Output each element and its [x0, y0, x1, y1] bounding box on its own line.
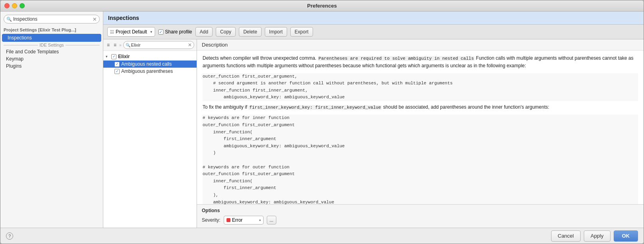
severity-label: Severity: — [202, 217, 221, 223]
project-section-header: Project Settings [Elixir Test Plug...] — [0, 27, 103, 34]
import-button[interactable]: Import — [265, 27, 287, 37]
inline-code-parentheses: Parentheses are required to solve ambigu… — [318, 56, 475, 61]
maximize-button[interactable] — [20, 3, 25, 8]
tree-search-icon: 🔍 — [126, 43, 130, 47]
description-header: Description — [197, 39, 644, 51]
sidebar-item-file-templates[interactable]: File and Code Templates — [0, 48, 103, 55]
code-block-2: # keywords are for inner function outer_… — [203, 115, 638, 204]
description-panel: Description Detects when compiler will t… — [197, 39, 644, 228]
delete-button[interactable]: Delete — [239, 27, 262, 37]
tree-item-label-0: Ambiguous nested calls — [121, 61, 172, 67]
ok-button[interactable]: OK — [614, 230, 638, 242]
tree-search-clear-icon[interactable]: ✕ — [188, 42, 192, 48]
keymap-label: Keymap — [6, 56, 24, 62]
share-profile-label: Share profile — [165, 29, 192, 35]
window-body: 🔍 ✕ Project Settings [Elixir Test Plug..… — [0, 12, 644, 228]
tree-content: ▾ Elixir Ambiguous nested calls Ambiguou… — [103, 51, 197, 228]
apply-button[interactable]: Apply — [584, 230, 611, 242]
search-wrap[interactable]: 🔍 ✕ — [4, 15, 100, 23]
tree-item-ambiguous-nested[interactable]: Ambiguous nested calls — [103, 61, 197, 68]
severity-dropdown[interactable]: Error ▾ — [224, 216, 264, 224]
profile-dropdown[interactable]: ☷ Project Default ▾ — [107, 27, 155, 37]
help-button[interactable]: ? — [6, 232, 13, 240]
severity-value: Error — [232, 217, 243, 223]
add-button[interactable]: Add — [195, 27, 213, 37]
search-clear-icon[interactable]: ✕ — [93, 17, 97, 22]
cancel-button[interactable]: Cancel — [551, 230, 581, 242]
search-box: 🔍 ✕ — [0, 12, 103, 27]
copy-button[interactable]: Copy — [216, 27, 236, 37]
profile-icon: ☷ — [110, 29, 114, 35]
collapse-all-button[interactable]: ≡ — [112, 42, 118, 48]
severity-dots-button[interactable]: ... — [267, 216, 276, 224]
sidebar-item-inspections[interactable]: Inspections — [2, 34, 101, 42]
preferences-window: Preferences 🔍 ✕ Project Settings [Elixir… — [0, 0, 644, 244]
description-text-1: Detects when compiler will throw unexpec… — [203, 55, 638, 69]
tree-item-checkbox-1[interactable] — [114, 69, 120, 74]
inspections-split: ≡ ≡ » 🔍 ✕ ▾ Elixir — [103, 39, 644, 228]
sidebar-item-keymap[interactable]: Keymap — [0, 55, 103, 62]
sidebar: 🔍 ✕ Project Settings [Elixir Test Plug..… — [0, 12, 103, 228]
minimize-button[interactable] — [12, 3, 17, 8]
severity-row: Severity: Error ▾ ... — [202, 216, 639, 224]
traffic-lights — [4, 3, 25, 8]
inline-code-keyword: first_inner_keyword_key: first_inner_key… — [248, 105, 382, 110]
search-input[interactable] — [13, 16, 93, 22]
tree-item-ambiguous-parens[interactable]: Ambiguous parentheses — [103, 68, 197, 75]
sidebar-item-inspections-label: Inspections — [8, 35, 32, 41]
tree-toolbar: ≡ ≡ » 🔍 ✕ — [103, 39, 197, 51]
sidebar-divider-ide: IDE Settings — [0, 42, 103, 48]
main-panel: Inspections ☷ Project Default ▾ Share pr… — [103, 12, 644, 228]
main-title-text: Inspections — [108, 15, 139, 21]
window-title: Preferences — [307, 3, 337, 9]
description-content: Detects when compiler will throw unexpec… — [197, 51, 644, 204]
export-button[interactable]: Export — [290, 27, 313, 37]
tree-search-input[interactable] — [131, 43, 188, 47]
inspections-main-title: Inspections — [103, 12, 644, 25]
bottom-buttons: Cancel Apply OK — [551, 230, 638, 242]
description-text-2: To fix the ambiguity if first_inner_keyw… — [203, 103, 638, 111]
share-checkbox[interactable] — [158, 29, 163, 35]
tree-group-label: Elixir — [118, 54, 130, 59]
toolbar-row: ☷ Project Default ▾ Share profile Add Co… — [103, 25, 644, 39]
share-profile-checkbox[interactable]: Share profile — [158, 29, 192, 35]
profile-name: Project Default — [116, 29, 147, 35]
options-title: Options — [202, 208, 639, 213]
tree-item-checkbox-0[interactable] — [114, 62, 120, 67]
tree-search-wrap[interactable]: 🔍 ✕ — [123, 41, 194, 49]
bottom-bar: ? Cancel Apply OK — [0, 228, 644, 244]
file-templates-label: File and Code Templates — [6, 49, 59, 55]
title-bar: Preferences — [0, 0, 644, 12]
plugins-label: Plugins — [6, 63, 22, 69]
search-icon: 🔍 — [6, 17, 12, 22]
code-block-1: outer_function first_outer_argument, # s… — [203, 73, 638, 101]
tree-panel: ≡ ≡ » 🔍 ✕ ▾ Elixir — [103, 39, 197, 228]
profile-chevron-icon: ▾ — [150, 30, 152, 34]
options-panel: Options Severity: Error ▾ ... — [197, 204, 644, 228]
severity-error-icon — [226, 218, 230, 222]
sidebar-item-plugins[interactable]: Plugins — [0, 62, 103, 70]
tree-item-label-1: Ambiguous parentheses — [121, 68, 173, 74]
ide-settings-label: IDE Settings — [39, 43, 64, 47]
tree-group-arrow-icon: ▾ — [106, 55, 110, 59]
close-button[interactable] — [4, 3, 10, 8]
expand-all-button[interactable]: ≡ — [106, 42, 111, 48]
tree-toolbar-separator: » — [119, 43, 122, 47]
severity-chevron-icon: ▾ — [259, 219, 261, 222]
tree-group-checkbox[interactable] — [111, 54, 116, 59]
tree-group-elixir[interactable]: ▾ Elixir — [103, 53, 197, 61]
